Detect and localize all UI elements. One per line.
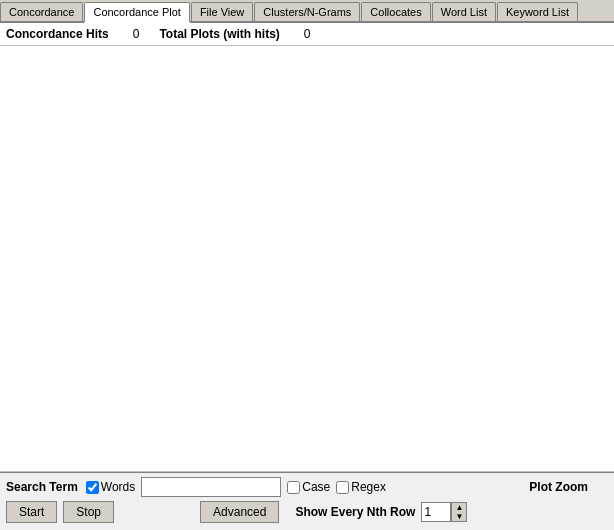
nth-row-label: Show Every Nth Row	[295, 505, 415, 519]
tab-file-view[interactable]: File View	[191, 2, 253, 21]
case-checkbox[interactable]	[287, 481, 300, 494]
spinner-down[interactable]: ▼	[452, 512, 466, 521]
nth-row-spinner-group: 1 ▲ ▼	[421, 502, 467, 522]
tab-concordance[interactable]: Concordance	[0, 2, 83, 21]
advanced-button[interactable]: Advanced	[200, 501, 279, 523]
hits-value: 0	[133, 27, 140, 41]
search-row: Search Term Words Case Regex Plot Zoom	[6, 477, 608, 497]
start-button[interactable]: Start	[6, 501, 57, 523]
regex-checkbox-group: Regex	[336, 480, 386, 494]
spinner-up[interactable]: ▲	[452, 503, 466, 512]
tab-collocates[interactable]: Collocates	[361, 2, 430, 21]
nth-row-spinner: ▲ ▼	[451, 502, 467, 522]
nth-row-input[interactable]: 1	[421, 502, 451, 522]
total-plots-value: 0	[304, 27, 311, 41]
search-input[interactable]	[141, 477, 281, 497]
regex-checkbox[interactable]	[336, 481, 349, 494]
total-plots-label: Total Plots (with hits)	[159, 27, 279, 41]
regex-label: Regex	[351, 480, 386, 494]
hits-label: Concordance Hits	[6, 27, 109, 41]
plot-zoom-label: Plot Zoom	[529, 480, 608, 494]
tab-keyword-list[interactable]: Keyword List	[497, 2, 578, 21]
tab-bar: Concordance Concordance Plot File View C…	[0, 0, 614, 23]
content-panel	[0, 46, 614, 472]
search-term-label: Search Term	[6, 480, 78, 494]
stats-row: Concordance Hits 0 Total Plots (with hit…	[0, 23, 614, 46]
bottom-toolbar: Search Term Words Case Regex Plot Zoom S…	[0, 472, 614, 527]
stop-button[interactable]: Stop	[63, 501, 114, 523]
tab-clusters-ngrams[interactable]: Clusters/N-Grams	[254, 2, 360, 21]
words-checkbox[interactable]	[86, 481, 99, 494]
tab-concordance-plot[interactable]: Concordance Plot	[84, 2, 189, 23]
main-container: Concordance Hits 0 Total Plots (with hit…	[0, 23, 614, 527]
case-checkbox-group: Case	[287, 480, 330, 494]
words-label: Words	[101, 480, 135, 494]
second-row: Start Stop Advanced Show Every Nth Row 1…	[6, 501, 608, 523]
tab-word-list[interactable]: Word List	[432, 2, 496, 21]
words-checkbox-group: Words	[86, 480, 135, 494]
case-label: Case	[302, 480, 330, 494]
